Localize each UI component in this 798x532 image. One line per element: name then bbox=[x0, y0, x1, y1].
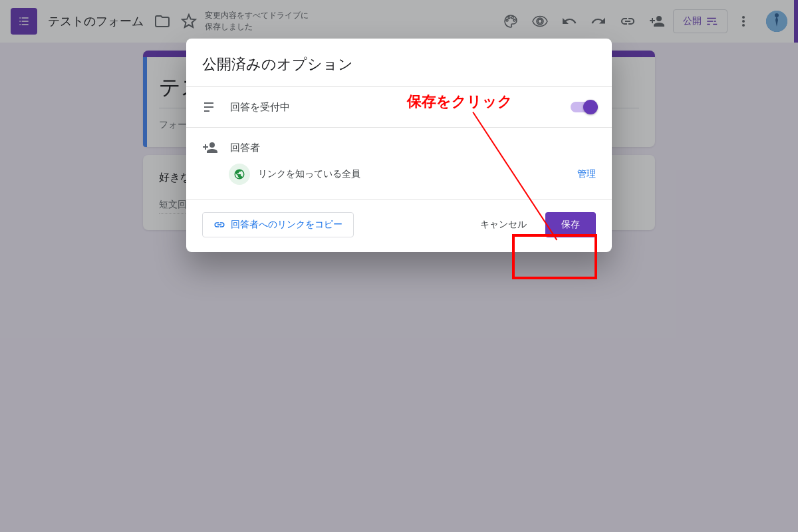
audience-label: リンクを知っている全員 bbox=[258, 168, 360, 180]
globe-icon bbox=[233, 168, 245, 180]
accepting-responses-row: 回答を受付中 bbox=[186, 87, 612, 127]
audience-row: リンクを知っている全員 管理 bbox=[186, 158, 612, 200]
person-add-icon bbox=[202, 140, 218, 156]
manage-link[interactable]: 管理 bbox=[577, 168, 596, 180]
accepting-toggle[interactable] bbox=[571, 102, 596, 112]
globe-chip bbox=[229, 164, 250, 185]
publish-options-dialog: 公開済みのオプション 回答を受付中 回答者 リンクを知っている全員 管理 回答者… bbox=[186, 39, 612, 252]
cancel-button[interactable]: キャンセル bbox=[472, 213, 535, 237]
responders-row: 回答者 bbox=[186, 128, 612, 158]
notes-icon bbox=[202, 99, 218, 115]
dialog-title: 公開済みのオプション bbox=[186, 39, 612, 86]
responders-label: 回答者 bbox=[230, 142, 260, 154]
accepting-label: 回答を受付中 bbox=[230, 101, 290, 114]
link-icon bbox=[213, 219, 225, 231]
copy-responder-link-button[interactable]: 回答者へのリンクをコピー bbox=[202, 212, 354, 237]
